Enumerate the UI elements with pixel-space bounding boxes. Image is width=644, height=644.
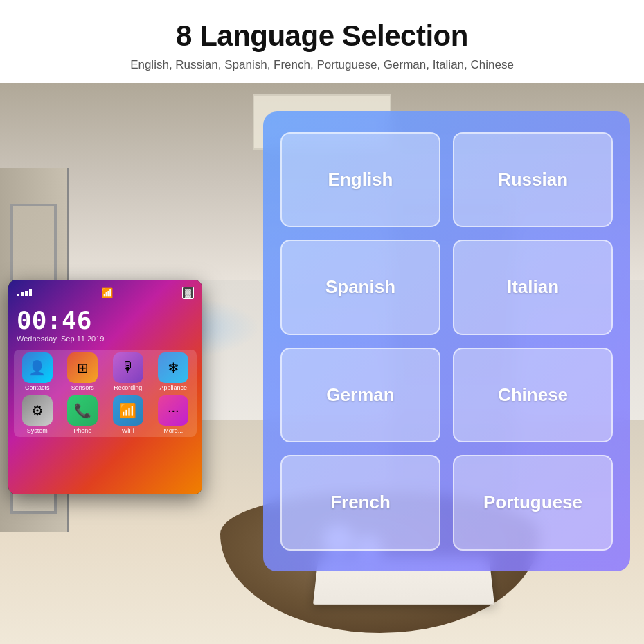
- app-item-wifi[interactable]: 📶 WiFi: [107, 395, 149, 434]
- app-grid: 👤 Contacts ⊞ Sensors 🎙 Recording ❄ Appli…: [14, 350, 197, 437]
- app-label-recording: Recording: [114, 384, 142, 391]
- time-value: 00:46: [17, 306, 194, 334]
- lang-btn-italian[interactable]: Italian: [453, 240, 613, 335]
- lang-btn-french[interactable]: French: [280, 455, 440, 551]
- app-icon-appliance: ❄: [158, 352, 188, 383]
- date-value: Wednesday Sep 11 2019: [17, 334, 194, 343]
- app-item-more...[interactable]: ··· More...: [153, 395, 195, 434]
- page-subtitle: English, Russian, Spanish, French, Portu…: [14, 58, 630, 72]
- app-item-sensors[interactable]: ⊞ Sensors: [62, 352, 104, 391]
- app-item-phone[interactable]: 📞 Phone: [62, 395, 104, 434]
- language-panel: EnglishRussianSpanishItalianGermanChines…: [263, 111, 630, 571]
- time-display: 00:46 Wednesday Sep 11 2019: [14, 303, 197, 346]
- status-bar: 📶 ▓: [14, 285, 197, 301]
- app-icon-more...: ···: [158, 395, 188, 426]
- lang-btn-chinese[interactable]: Chinese: [453, 348, 613, 443]
- bar2: [21, 292, 24, 296]
- battery-icon: ▓: [182, 287, 194, 299]
- app-icon-system: ⚙: [22, 395, 53, 426]
- app-label-appliance: Appliance: [159, 384, 187, 391]
- lang-btn-spanish[interactable]: Spanish: [280, 240, 440, 335]
- background-scene: 📶 📶 ▓ 00:46 We: [0, 83, 644, 644]
- app-label-contacts: Contacts: [25, 384, 50, 391]
- app-icon-sensors: ⊞: [67, 352, 98, 383]
- header-section: 8 Language Selection English, Russian, S…: [0, 0, 644, 83]
- bar1: [17, 294, 19, 296]
- bar4: [29, 289, 32, 296]
- page-title: 8 Language Selection: [14, 19, 630, 53]
- app-label-system: System: [27, 427, 48, 434]
- signal-bars: [17, 289, 32, 296]
- app-item-contacts[interactable]: 👤 Contacts: [17, 352, 58, 391]
- app-icon-recording: 🎙: [113, 352, 143, 383]
- app-label-wifi: WiFi: [122, 427, 134, 434]
- app-item-appliance[interactable]: ❄ Appliance: [153, 352, 195, 391]
- app-item-recording[interactable]: 🎙 Recording: [107, 352, 149, 391]
- app-item-system[interactable]: ⚙ System: [17, 395, 58, 434]
- lang-btn-portuguese[interactable]: Portuguese: [453, 455, 613, 551]
- app-label-sensors: Sensors: [71, 384, 94, 391]
- app-icon-phone: 📞: [67, 395, 98, 426]
- app-label-more...: More...: [163, 427, 183, 434]
- app-icon-wifi: 📶: [113, 395, 143, 426]
- app-icon-contacts: 👤: [22, 352, 53, 383]
- app-label-phone: Phone: [73, 427, 91, 434]
- lang-btn-german[interactable]: German: [280, 348, 440, 443]
- device-screen: 📶 ▓ 00:46 Wednesday Sep 11 2019 👤 Contac…: [8, 280, 202, 494]
- smart-home-device: 📶 ▓ 00:46 Wednesday Sep 11 2019 👤 Contac…: [8, 280, 202, 494]
- wifi-status-icon: 📶: [101, 287, 113, 298]
- bar3: [25, 291, 28, 296]
- lang-btn-english[interactable]: English: [280, 132, 440, 228]
- lang-btn-russian[interactable]: Russian: [453, 132, 613, 228]
- page-wrapper: 8 Language Selection English, Russian, S…: [0, 0, 644, 644]
